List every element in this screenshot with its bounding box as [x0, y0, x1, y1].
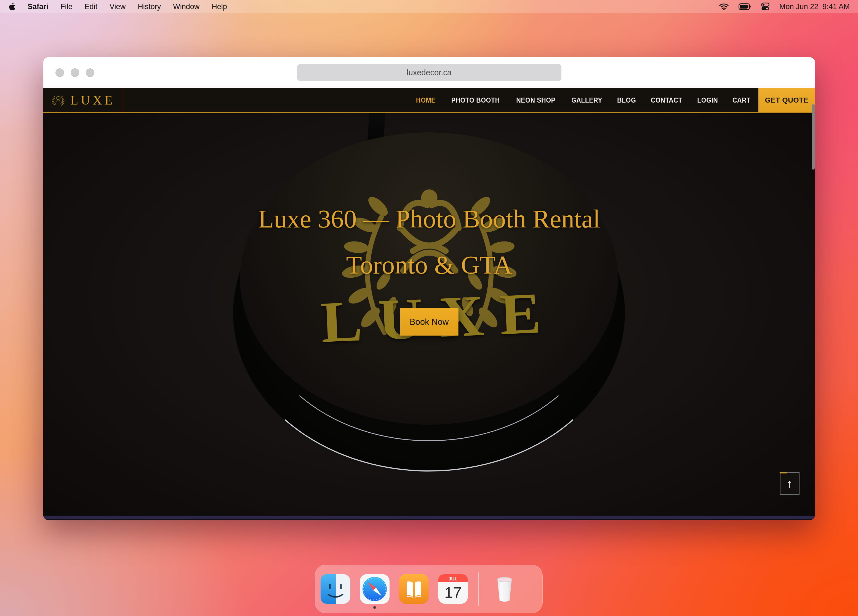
nav-gallery[interactable]: GALLERY	[571, 96, 602, 104]
menu-file[interactable]: File	[61, 3, 73, 11]
nav-home[interactable]: HOME	[416, 96, 436, 104]
hero-section: LUXE Luxe 360 — Photo Booth Rental Toron…	[43, 113, 815, 519]
browser-chrome: luxedecor.ca	[43, 57, 815, 88]
dock-books-icon[interactable]	[398, 574, 429, 604]
nav-cart[interactable]: CART	[732, 96, 751, 104]
dock-safari-icon[interactable]	[359, 574, 390, 604]
site-header: LUXE HOME PHOTO BOOTH NEON SHOP GALLERY …	[43, 88, 815, 113]
book-now-button[interactable]: Book Now	[400, 308, 458, 335]
site-logo-text: LUXE	[70, 93, 115, 107]
window-close-button[interactable]	[56, 68, 64, 77]
address-bar[interactable]: luxedecor.ca	[297, 64, 561, 81]
dock-trash-icon[interactable]	[489, 574, 520, 604]
menu-clock[interactable]: Mon Jun 22 9:41 AM	[779, 3, 850, 11]
menu-history[interactable]: History	[138, 3, 161, 11]
menu-bar: Safari File Edit View History Window Hel…	[0, 0, 858, 13]
dock: JUL 17	[315, 565, 542, 613]
dock-calendar-icon[interactable]: JUL 17	[438, 574, 468, 604]
hero-title-line2: Toronto & GTA	[346, 250, 512, 279]
apple-icon[interactable]	[8, 3, 16, 11]
menu-help[interactable]: Help	[211, 3, 227, 11]
hero-title-line1: Luxe 360 — Photo Booth Rental	[258, 204, 600, 233]
wifi-icon[interactable]	[719, 3, 729, 10]
laurel-wreath-icon	[50, 93, 66, 107]
window-zoom-button[interactable]	[86, 68, 94, 77]
nav-blog[interactable]: BLOG	[617, 96, 636, 104]
dock-active-indicator	[373, 606, 376, 609]
site-logo[interactable]: LUXE	[43, 88, 123, 112]
control-center-icon[interactable]	[761, 3, 769, 11]
calendar-day-text: 17	[445, 584, 462, 601]
main-nav: HOME PHOTO BOOTH NEON SHOP GALLERY BLOG …	[415, 88, 759, 112]
menu-edit[interactable]: Edit	[85, 3, 98, 11]
desktop: Safari File Edit View History Window Hel…	[0, 0, 858, 616]
hero-title: Luxe 360 — Photo Booth Rental Toronto & …	[43, 196, 815, 288]
up-arrow-icon: ↑	[786, 477, 793, 490]
menu-view[interactable]: View	[110, 3, 126, 11]
nav-photo-booth[interactable]: PHOTO BOOTH	[451, 96, 500, 104]
scrollbar-thumb[interactable]	[811, 104, 815, 169]
calendar-month-text: JUL	[449, 576, 457, 582]
menu-window[interactable]: Window	[173, 3, 199, 11]
dock-divider	[479, 572, 479, 606]
battery-icon[interactable]	[738, 3, 751, 10]
hero-bottom-strip	[43, 516, 815, 519]
window-minimize-button[interactable]	[71, 68, 79, 77]
nav-neon-shop[interactable]: NEON SHOP	[516, 96, 555, 104]
dock-finder-icon[interactable]	[320, 574, 351, 604]
menu-app-name[interactable]: Safari	[28, 3, 48, 11]
webpage: LUXE HOME PHOTO BOOTH NEON SHOP GALLERY …	[43, 88, 815, 520]
scroll-to-top-button[interactable]: ↑	[780, 472, 799, 495]
nav-contact[interactable]: CONTACT	[651, 96, 682, 104]
safari-window: luxedecor.ca LUXE HOME PHOTO BOOTH NEON …	[43, 57, 815, 520]
nav-login[interactable]: LOGIN	[697, 96, 718, 104]
url-text: luxedecor.ca	[407, 68, 452, 77]
get-quote-button[interactable]: GET QUOTE	[759, 88, 815, 112]
